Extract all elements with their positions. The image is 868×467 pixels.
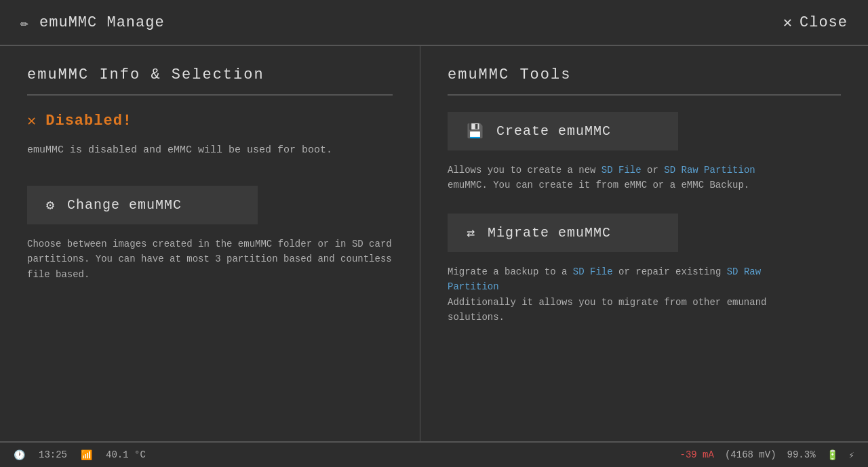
footer: 🕐 13:25 📶 40.1 °C -39 mA (4168 mV) 99.3%… <box>0 441 868 467</box>
temp-display: 40.1 °C <box>106 449 146 460</box>
create-desc-after: emuMMC. You can create it from eMMC or a… <box>448 180 749 190</box>
left-section-title: emuMMC Info & Selection <box>27 66 393 83</box>
battery-icon: 🔋 <box>827 449 838 461</box>
create-emummc-button[interactable]: 💾 Create emuMMC <box>448 112 678 150</box>
header: ✏ emuMMC Manage ✕ Close <box>0 0 868 46</box>
current-display: -39 mA <box>680 449 714 460</box>
status-row: ✕ Disabled! <box>27 112 393 130</box>
voltage-display: (4168 mV) <box>725 449 776 460</box>
migrate-desc-after: Additionally it allows you to migrate fr… <box>448 297 766 323</box>
lightning-icon: ⚡ <box>849 449 854 461</box>
battery-display: 99.3% <box>787 449 816 460</box>
close-label: Close <box>800 14 848 31</box>
page-title: emuMMC Manage <box>39 14 165 31</box>
right-panel: emuMMC Tools 💾 Create emuMMC Allows you … <box>420 46 868 441</box>
migrate-emummc-label: Migrate emuMMC <box>488 225 611 241</box>
header-left: ✏ emuMMC Manage <box>20 14 165 31</box>
migrate-desc-text: Migrate a backup to a SD File or repair … <box>448 264 814 325</box>
create-sd-raw-link-text[interactable]: SD Raw Partition <box>664 165 755 176</box>
migrate-desc-before: Migrate a backup to a <box>448 266 567 277</box>
migrate-middle-text: or repair existing <box>618 266 721 277</box>
footer-left: 🕐 13:25 📶 40.1 °C <box>14 449 146 461</box>
migrate-emummc-button[interactable]: ⇄ Migrate emuMMC <box>448 214 678 252</box>
clock-icon: 🕐 <box>14 449 25 461</box>
time-display: 13:25 <box>39 449 67 460</box>
info-text: emuMMC is disabled and eMMC will be used… <box>27 142 393 159</box>
migrate-icon: ⇄ <box>467 224 475 241</box>
migrate-sd-file-link-text[interactable]: SD File <box>573 266 613 277</box>
right-divider <box>448 94 841 96</box>
pencil-icon: ✏ <box>20 14 28 31</box>
create-sd-file-link-text[interactable]: SD File <box>601 165 642 176</box>
temp-icon: 📶 <box>81 449 92 461</box>
change-emummc-button[interactable]: ⚙ Change emuMMC <box>27 186 258 224</box>
close-icon: ✕ <box>783 14 793 32</box>
close-button[interactable]: ✕ Close <box>783 14 848 32</box>
gear-icon: ⚙ <box>46 197 55 214</box>
change-desc-text: Choose between images created in the emu… <box>27 237 393 282</box>
disabled-icon: ✕ <box>27 112 36 130</box>
left-divider <box>27 94 393 96</box>
disk-icon: 💾 <box>467 123 484 140</box>
right-section-title: emuMMC Tools <box>448 66 841 83</box>
create-desc-text: Allows you to create a new SD File or SD… <box>448 163 814 193</box>
create-emummc-label: Create emuMMC <box>496 123 611 139</box>
footer-right: -39 mA (4168 mV) 99.3% 🔋 ⚡ <box>680 449 855 461</box>
left-panel: emuMMC Info & Selection ✕ Disabled! emuM… <box>0 46 420 441</box>
change-emummc-label: Change emuMMC <box>67 197 182 213</box>
create-desc-before: Allows you to create a new <box>448 165 595 176</box>
main-content: emuMMC Info & Selection ✕ Disabled! emuM… <box>0 46 868 441</box>
create-or-text: or <box>647 165 658 176</box>
status-text: Disabled! <box>45 113 132 129</box>
